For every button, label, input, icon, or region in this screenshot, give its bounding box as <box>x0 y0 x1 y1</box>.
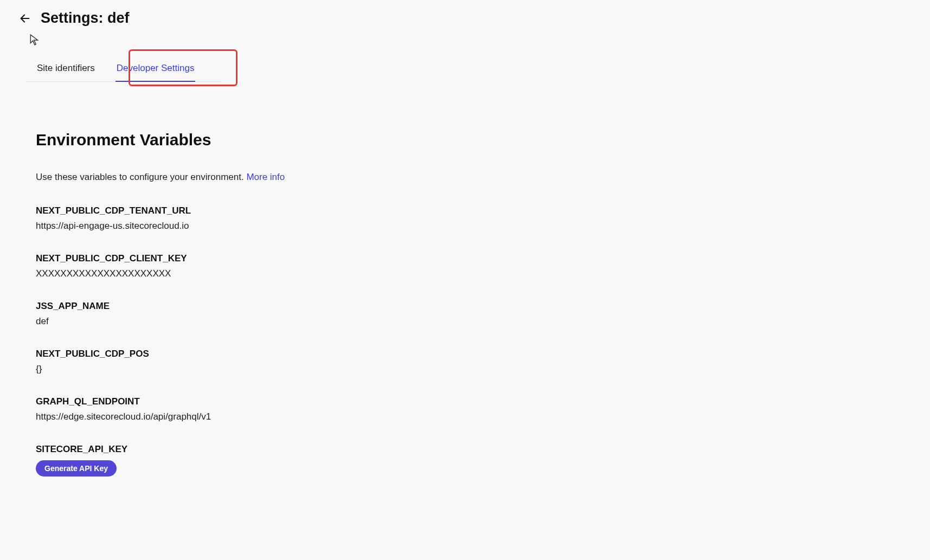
section-heading: Environment Variables <box>36 131 488 149</box>
tab-developer-settings[interactable]: Developer Settings <box>106 56 206 81</box>
env-var-name: SITECORE_API_KEY <box>36 444 488 455</box>
env-var-item: JSS_APP_NAME def <box>36 301 488 327</box>
more-info-link[interactable]: More info <box>246 172 285 182</box>
tab-label: Developer Settings <box>117 63 195 73</box>
env-var-name: NEXT_PUBLIC_CDP_CLIENT_KEY <box>36 253 488 264</box>
env-var-name: GRAPH_QL_ENDPOINT <box>36 396 488 407</box>
generate-api-key-button[interactable]: Generate API Key <box>36 460 117 477</box>
env-var-value: {} <box>36 364 488 375</box>
env-var-name: NEXT_PUBLIC_CDP_POS <box>36 349 488 359</box>
back-button[interactable] <box>19 12 31 27</box>
env-var-name: NEXT_PUBLIC_CDP_TENANT_URL <box>36 205 488 216</box>
tab-label: Site identifiers <box>37 63 95 73</box>
tab-site-identifiers[interactable]: Site identifiers <box>26 56 106 81</box>
mouse-cursor-icon <box>30 34 40 48</box>
arrow-left-icon <box>19 17 31 26</box>
tabs: Site identifiers Developer Settings <box>26 56 221 82</box>
env-var-item: NEXT_PUBLIC_CDP_CLIENT_KEY XXXXXXXXXXXXX… <box>36 253 488 279</box>
section-description-text: Use these variables to configure your en… <box>36 172 246 182</box>
env-var-item: NEXT_PUBLIC_CDP_TENANT_URL https://api-e… <box>36 205 488 231</box>
env-var-value: https://api-engage-us.sitecorecloud.io <box>36 221 488 231</box>
env-var-item: GRAPH_QL_ENDPOINT https://edge.sitecorec… <box>36 396 488 422</box>
env-var-name: JSS_APP_NAME <box>36 301 488 312</box>
env-var-value: XXXXXXXXXXXXXXXXXXXXXX <box>36 268 488 279</box>
env-var-item: NEXT_PUBLIC_CDP_POS {} <box>36 349 488 375</box>
env-var-value: def <box>36 316 488 327</box>
env-var-item: SITECORE_API_KEY Generate API Key <box>36 444 488 477</box>
section-description: Use these variables to configure your en… <box>36 172 488 183</box>
page-title: Settings: def <box>41 10 130 27</box>
env-var-value: https://edge.sitecorecloud.io/api/graphq… <box>36 411 488 422</box>
